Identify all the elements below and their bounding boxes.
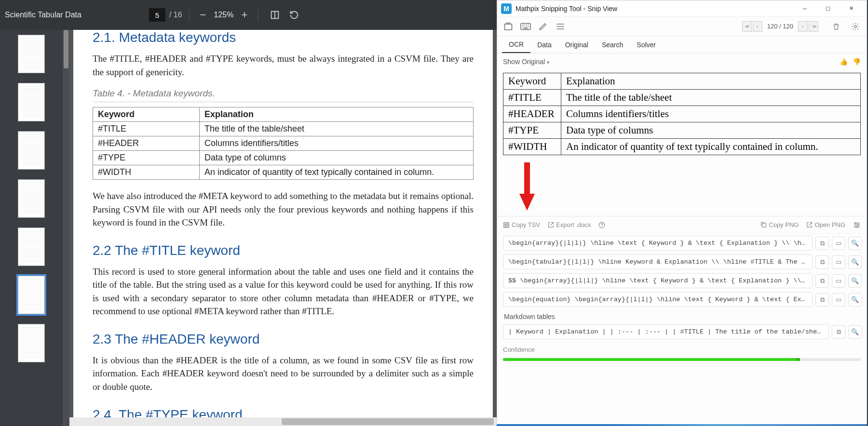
output-row: \begin{equation} \begin{array}{|l|l|} \h… <box>497 290 867 309</box>
paragraph: The #TITLE, #HEADER and #TYPE keywords, … <box>93 52 474 79</box>
output-row: | Keyword | Explanation | | :--- | :--- … <box>497 322 867 341</box>
svg-point-3 <box>854 25 857 27</box>
search-icon[interactable]: 🔍 <box>848 325 862 339</box>
ocr-result-area: KeywordExplanation #TITLEThe title of th… <box>497 70 867 216</box>
show-original-toggle[interactable]: Show Original▾ <box>503 58 550 66</box>
settings-icon[interactable] <box>853 222 861 228</box>
section-heading: 2.3 The #HEADER keyword <box>93 332 474 347</box>
thumbs-down-icon[interactable]: 👎 <box>853 58 861 66</box>
output-panel: Copy TSV Export .docx Copy PNG Open PNG <box>497 216 867 361</box>
thumbs-up-icon[interactable]: 👍 <box>840 58 848 66</box>
tab-ocr[interactable]: OCR <box>502 37 530 53</box>
zoom-in-button[interactable]: + <box>237 9 251 21</box>
next-button[interactable]: › <box>798 21 808 32</box>
page-thumbnail[interactable] <box>18 179 45 218</box>
table-row: #HEADERColumns identifiers/titles <box>93 136 474 151</box>
horizontal-scrollbar[interactable] <box>69 417 497 426</box>
table-row: #WIDTHAn indicator of quantity of text t… <box>93 165 474 180</box>
rotate-icon[interactable] <box>288 9 300 21</box>
open-png-button[interactable]: Open PNG <box>806 221 845 228</box>
table-row: #TYPEData type of columns <box>93 151 474 165</box>
page-thumbnail[interactable] <box>18 276 45 314</box>
search-icon[interactable]: 🔍 <box>848 293 862 306</box>
pdf-page-viewport[interactable]: 2.1. Metadata keywords The #TITLE, #HEAD… <box>69 30 497 426</box>
mathpix-window: M Mathpix Snipping Tool - Snip View ─ ▢ … <box>497 0 867 426</box>
pdf-page-content: 2.1. Metadata keywords The #TITLE, #HEAD… <box>73 30 493 426</box>
preview-icon[interactable]: ▭ <box>832 274 845 288</box>
thumbnail-sidebar[interactable] <box>0 30 63 426</box>
page-thumbnail[interactable] <box>18 227 45 266</box>
taskbar-strip <box>497 424 867 426</box>
app-icon: M <box>501 3 512 14</box>
tab-data[interactable]: Data <box>530 37 558 53</box>
table-header-cell: Keyword <box>93 107 200 122</box>
ocr-result-table: KeywordExplanation #TITLEThe title of th… <box>503 73 861 155</box>
mathpix-toolbar: ≪ ‹ 120 / 120 › ≫ <box>497 17 867 36</box>
table-row: Keyword Explanation <box>93 107 474 122</box>
thumbnail-scrollbar[interactable] <box>63 30 69 426</box>
pdf-viewer: Scientific Tabular Data / 16 − 125% + <box>0 0 497 426</box>
zoom-out-button[interactable]: − <box>196 9 210 21</box>
first-button[interactable]: ≪ <box>742 21 752 32</box>
table-row: #TITLEThe title of the table/sheet <box>93 122 474 136</box>
paragraph: This record is used to store general inf… <box>93 265 474 318</box>
tab-solver[interactable]: Solver <box>630 37 663 53</box>
document-title: Scientific Tabular Data <box>5 11 81 19</box>
tab-search[interactable]: Search <box>595 37 630 53</box>
latex-output[interactable]: \begin{array}{|l|l|} \hline \text { Keyw… <box>503 236 813 251</box>
zoom-level-label: 125% <box>214 11 233 19</box>
annotation-arrow-icon <box>517 160 537 213</box>
tab-original[interactable]: Original <box>558 37 595 53</box>
page-thumbnail[interactable] <box>18 35 45 73</box>
list-icon[interactable] <box>554 20 567 33</box>
copy-png-button[interactable]: Copy PNG <box>760 221 799 228</box>
preview-icon[interactable]: ▭ <box>832 237 845 250</box>
svg-point-7 <box>855 222 856 224</box>
copy-icon[interactable]: ⧉ <box>815 255 829 269</box>
close-button[interactable]: ✕ <box>840 0 863 17</box>
table-caption: Table 4. - Metadata keywords. <box>93 88 474 102</box>
confidence-bar <box>503 358 861 361</box>
pager-label: 120 / 120 <box>767 23 793 30</box>
keyboard-icon[interactable] <box>519 20 532 33</box>
fit-page-icon[interactable] <box>269 9 281 21</box>
snip-pager: ≪ ‹ 120 / 120 › ≫ <box>742 21 818 32</box>
page-thumbnail[interactable] <box>18 324 45 362</box>
latex-output[interactable]: \begin{equation} \begin{array}{|l|l|} \h… <box>503 292 813 307</box>
search-icon[interactable]: 🔍 <box>848 274 862 288</box>
page-number-input[interactable] <box>149 8 165 22</box>
table-row: #TITLEThe title of the table/sheet <box>503 90 861 106</box>
table-row: KeywordExplanation <box>503 73 861 90</box>
screenshot-icon[interactable] <box>502 20 515 33</box>
copy-icon[interactable]: ⧉ <box>815 293 829 306</box>
export-docx-button[interactable]: Export .docx <box>548 221 591 228</box>
delete-icon[interactable] <box>830 20 842 33</box>
prev-button[interactable]: ‹ <box>753 21 762 32</box>
latex-output[interactable]: \begin{tabular}{|l|l|} \hline Keyword & … <box>503 254 813 269</box>
page-thumbnail[interactable] <box>18 131 45 170</box>
copy-icon[interactable]: ⧉ <box>815 237 829 250</box>
markdown-output[interactable]: | Keyword | Explanation | | :--- | :--- … <box>503 324 829 339</box>
page-thumbnail[interactable] <box>18 83 45 121</box>
help-icon[interactable] <box>598 222 605 228</box>
gear-icon[interactable] <box>849 20 862 33</box>
last-button[interactable]: ≫ <box>809 21 818 32</box>
latex-output[interactable]: $$ \begin{array}{|l|l|} \hline \text { K… <box>503 273 813 288</box>
svg-rect-4 <box>504 222 509 227</box>
search-icon[interactable]: 🔍 <box>848 237 862 250</box>
output-row: $$ \begin{array}{|l|l|} \hline \text { K… <box>497 271 867 290</box>
minimize-button[interactable]: ─ <box>793 0 816 17</box>
svg-point-8 <box>857 224 859 226</box>
table-row: #WIDTHAn indicator of quantity of text t… <box>503 139 861 155</box>
result-tabs: OCR Data Original Search Solver <box>497 36 867 53</box>
edit-icon[interactable] <box>537 20 549 33</box>
copy-icon[interactable]: ⧉ <box>832 325 845 339</box>
copy-tsv-button[interactable]: Copy TSV <box>503 221 540 228</box>
window-title: Mathpix Snipping Tool - Snip View <box>515 5 793 13</box>
preview-icon[interactable]: ▭ <box>832 293 845 306</box>
copy-icon[interactable]: ⧉ <box>815 274 829 288</box>
markdown-section-label: Markdown tables <box>497 309 867 322</box>
maximize-button[interactable]: ▢ <box>816 0 840 17</box>
search-icon[interactable]: 🔍 <box>848 255 862 269</box>
preview-icon[interactable]: ▭ <box>832 255 845 269</box>
